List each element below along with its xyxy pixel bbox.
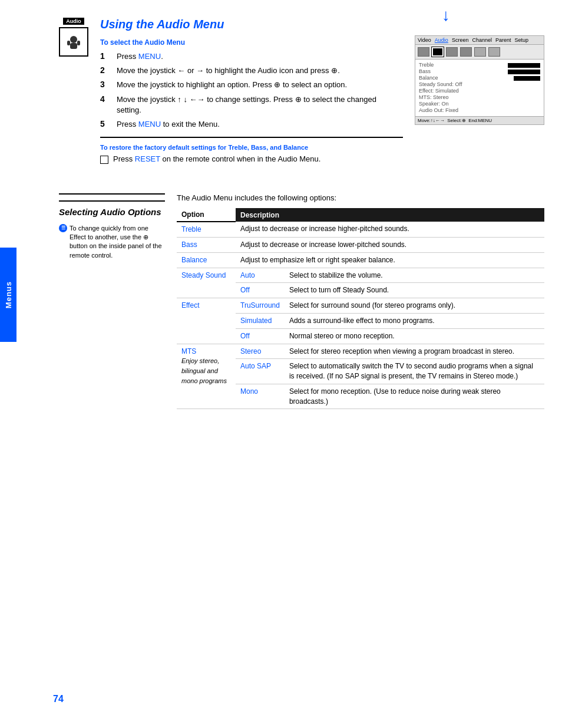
left-panel: Selecting Audio Options ☰ To change quic… (59, 193, 165, 409)
audio-badge: Audio (63, 18, 84, 25)
option-effect: Effect (177, 298, 236, 344)
table-row: MTS Enjoy stereo, bilingual and mono pro… (177, 344, 544, 359)
sub-auto: Auto (236, 268, 285, 283)
ss-icon-6 (488, 47, 500, 57)
divider-1 (100, 137, 403, 138)
option-mts: MTS Enjoy stereo, bilingual and mono pro… (177, 344, 236, 409)
ss-row-steady: Steady Sound: Off (419, 81, 540, 87)
screenshot-footer: Move:↑↓←→ Select:⊕ End:MENU (415, 116, 544, 124)
svg-rect-1 (70, 43, 77, 49)
to-select-heading: To select the Audio Menu (100, 38, 403, 47)
ss-row-mts: MTS: Stereo (419, 94, 540, 100)
selecting-section: Selecting Audio Options ☰ To change quic… (59, 193, 544, 409)
menu-tab-channel: Channel (472, 37, 492, 43)
screenshot-content: Treble Bass Balance Steady Sound: Off Ef… (415, 60, 544, 116)
desc-auto-sap: Select to automatically switch the TV to… (285, 359, 544, 384)
screenshot-menu-bar: Video Audio Screen Channel Parent Setup (415, 36, 544, 45)
menus-bar: Menus (0, 248, 16, 342)
desc-bass: Adjust to decrease or increase lower-pit… (236, 237, 544, 252)
step-text-5: Press MENU to exit the Menu. (117, 119, 403, 130)
audio-icon-box: Audio (59, 18, 88, 57)
intro-text: The Audio Menu includes the following op… (177, 193, 544, 202)
ss-label-speaker: Speaker: On (419, 101, 449, 107)
factory-reset-section: To restore the factory default settings … (100, 137, 403, 164)
ss-icon-4 (460, 47, 472, 57)
instructions-col: Using the Audio Menu To select the Audio… (100, 18, 403, 176)
tip-icon: ☰ (59, 224, 67, 232)
screenshot-box: Video Audio Screen Channel Parent Setup … (415, 35, 544, 125)
menu-keyword-5: MENU (138, 120, 161, 129)
main-content: ↓ Audio Using the Audio Menu To select t… (47, 0, 562, 427)
ss-footer-text: Move:↑↓←→ Select:⊕ End:MENU (418, 118, 492, 123)
sub-effect-off: Off (236, 328, 285, 344)
top-line (59, 193, 165, 195)
desc-auto: Select to stabilize the volume. (285, 268, 544, 283)
step-list: 1 Press MENU. 2 Move the joystick ← or →… (100, 51, 403, 130)
ss-row-balance: Balance (419, 75, 540, 81)
sidebar: Menus (0, 0, 47, 728)
sub-steady-off: Off (236, 283, 285, 298)
option-bass: Bass (177, 237, 236, 252)
table-row: Effect TruSurround Select for surround s… (177, 298, 544, 314)
desc-stereo: Select for stereo reception when viewing… (285, 344, 544, 359)
ss-icon-5 (474, 47, 486, 57)
arrow-indicator: ↓ (442, 6, 450, 25)
factory-text: Press RESET on the remote control when i… (113, 154, 320, 163)
ss-icon-3 (446, 47, 458, 57)
ss-label-bass: Bass (419, 68, 431, 74)
ss-label-mts: MTS: Stereo (419, 94, 449, 100)
step-text-1: Press MENU. (117, 51, 403, 62)
table-row: Steady Sound Auto Select to stabilize th… (177, 268, 544, 283)
desc-steady-off: Select to turn off Steady Sound. (285, 283, 544, 298)
table-row: Bass Adjust to decrease or increase lowe… (177, 237, 544, 252)
tip-content: To change quickly from one Effect to ano… (70, 224, 165, 261)
section-title: Using the Audio Menu (100, 18, 403, 31)
ss-icon-1 (418, 47, 429, 57)
sub-stereo: Stereo (236, 344, 285, 359)
menu-tab-parent: Parent (495, 37, 511, 43)
options-table: Option Description Treble Adjust to decr… (177, 208, 544, 409)
step-4: 4 Move the joystick ↑ ↓ ←→ to change set… (100, 94, 403, 116)
sub-auto-sap: Auto SAP (236, 359, 285, 384)
step-num-4: 4 (100, 94, 112, 116)
step-5: 5 Press MENU to exit the Menu. (100, 119, 403, 130)
checkbox-icon (100, 156, 108, 164)
step-text-2: Move the joystick ← or → to highlight th… (117, 65, 403, 76)
menu-tab-screen: Screen (452, 37, 469, 43)
audio-menu-section: ↓ Audio Using the Audio Menu To select t… (59, 18, 544, 176)
step-1: 1 Press MENU. (100, 51, 403, 62)
ss-label-effect: Effect: Simulated (419, 88, 459, 94)
option-treble: Treble (177, 222, 236, 237)
ss-bar-treble (508, 62, 540, 68)
step-2: 2 Move the joystick ← or → to highlight … (100, 65, 403, 76)
tip-text: ☰ To change quickly from one Effect to a… (59, 224, 165, 261)
menu-tab-setup: Setup (514, 37, 528, 43)
screenshot-icons-row (415, 45, 544, 60)
sub-trusurround: TruSurround (236, 298, 285, 314)
option-balance: Balance (177, 252, 236, 268)
menu-keyword-1: MENU (138, 52, 161, 61)
table-row: Treble Adjust to decrease or increase hi… (177, 222, 544, 237)
svg-point-0 (70, 36, 77, 43)
ss-row-effect: Effect: Simulated (419, 88, 540, 94)
svg-rect-3 (77, 41, 80, 45)
step-num-2: 2 (100, 65, 112, 76)
ss-label-steady: Steady Sound: Off (419, 81, 462, 87)
desc-mono: Select for mono reception. (Use to reduc… (285, 384, 544, 409)
step-num-3: 3 (100, 80, 112, 90)
col-header-description: Description (236, 208, 544, 222)
ss-row-bass: Bass (419, 68, 540, 74)
step-3: 3 Move the joystick to highlight an opti… (100, 80, 403, 90)
desc-effect-off: Normal stereo or mono reception. (285, 328, 544, 344)
step-num-5: 5 (100, 119, 112, 130)
ss-icon-2 (432, 47, 444, 57)
page-number: 74 (53, 694, 64, 704)
option-steady-sound: Steady Sound (177, 268, 236, 298)
svg-rect-2 (67, 41, 70, 45)
ss-label-treble: Treble (419, 62, 434, 68)
step-num-1: 1 (100, 51, 112, 62)
ss-bar-bass (508, 68, 540, 74)
menus-label: Menus (4, 281, 13, 308)
col-header-option: Option (177, 208, 236, 222)
desc-trusurround: Select for surround sound (for stereo pr… (285, 298, 544, 314)
